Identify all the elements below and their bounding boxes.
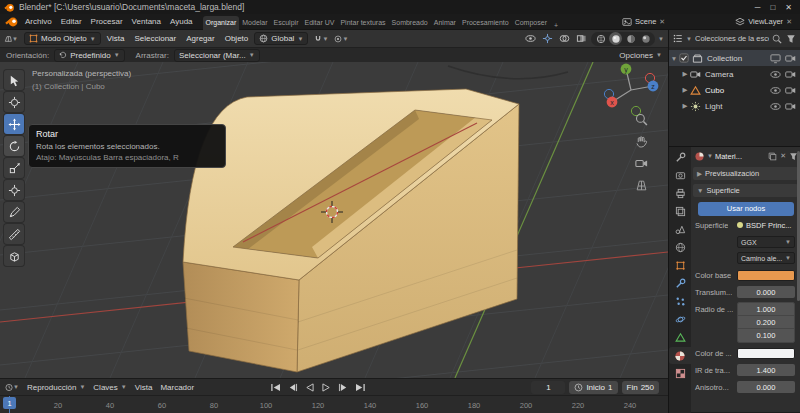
outliner-row-collection[interactable]: ▼ Collection	[669, 50, 800, 66]
cubo-expand-icon[interactable]: ▶	[680, 86, 690, 94]
mode-dropdown[interactable]: Modo Objeto▼	[24, 32, 101, 45]
jump-to-end-button[interactable]	[353, 381, 368, 394]
menu-agregar[interactable]: Agregar	[186, 34, 214, 43]
overlays-toggle[interactable]	[557, 32, 571, 45]
zoom-button[interactable]	[632, 110, 650, 128]
outliner-row-light[interactable]: ▶ Light	[669, 98, 800, 114]
scene-unlink-button[interactable]: ✕	[659, 18, 665, 26]
transmission-field[interactable]: 0.000	[737, 286, 795, 298]
gizmos-toggle[interactable]	[540, 32, 554, 45]
outliner-row-camera[interactable]: ▶ Camera	[669, 66, 800, 82]
cubo-render-toggle[interactable]	[785, 85, 796, 96]
camera-render-toggle[interactable]	[785, 69, 796, 80]
use-nodes-button[interactable]: Usar nodos	[698, 202, 794, 216]
xray-toggle[interactable]	[574, 32, 588, 45]
camera-expand-icon[interactable]: ▶	[680, 70, 690, 78]
preview-section-header[interactable]: ▶Previsualización	[693, 167, 798, 180]
previous-keyframe-button[interactable]	[285, 381, 300, 394]
tool-add-cube[interactable]	[4, 246, 24, 266]
shading-dropdown[interactable]: ▼	[658, 36, 664, 42]
distribution-dropdown[interactable]: GGX▼	[737, 236, 795, 248]
menu-ayuda[interactable]: Ayuda	[170, 17, 193, 26]
options-dropdown[interactable]: Opciones▼	[619, 51, 662, 60]
orientation-dropdown[interactable]: Global▼	[254, 32, 308, 45]
tool-transform[interactable]	[4, 180, 24, 200]
tab-modelar[interactable]: Modelar	[239, 16, 270, 30]
shading-solid-button[interactable]	[609, 32, 622, 45]
light-expand-icon[interactable]: ▶	[680, 102, 690, 110]
menu-procesar[interactable]: Procesar	[91, 17, 123, 26]
next-keyframe-button[interactable]	[336, 381, 351, 394]
radius-x-field[interactable]: 1.000	[738, 303, 794, 316]
viewlayer-remove-button[interactable]: ✕	[786, 18, 792, 26]
perspective-toggle-button[interactable]	[632, 176, 650, 194]
tab-object-data[interactable]	[669, 329, 691, 346]
outliner-display-mode[interactable]: Colecciones de la escen	[695, 34, 769, 43]
play-reverse-button[interactable]	[302, 381, 317, 394]
collection-checkbox[interactable]	[679, 53, 689, 63]
collection-viewport-toggle[interactable]	[770, 53, 781, 64]
orientation-preset-dropdown[interactable]: Predefinido▼	[54, 49, 124, 62]
maximize-button[interactable]: □	[770, 3, 775, 12]
tab-modifiers[interactable]	[669, 275, 691, 292]
tool-rotate[interactable]	[4, 136, 24, 156]
tab-organizar[interactable]: Organizar	[203, 16, 240, 30]
viewport-3d[interactable]: Personalizada (perspectiva) (1) Collecti…	[0, 62, 668, 378]
menu-marcador[interactable]: Marcador	[160, 383, 194, 392]
tab-output[interactable]	[669, 185, 691, 202]
tab-texture[interactable]	[669, 365, 691, 382]
play-button[interactable]	[319, 381, 334, 394]
surface-section-header[interactable]: ▼Superficie	[693, 184, 798, 197]
material-copy-button[interactable]	[768, 152, 777, 161]
viewlayer-selector[interactable]: ViewLayer ✕	[735, 17, 792, 27]
playhead[interactable]: 1	[3, 397, 16, 409]
frame-start-field[interactable]: Inicio 1	[569, 381, 617, 394]
minimize-button[interactable]: ─	[755, 3, 761, 12]
material-browse-dropdown[interactable]: ▼	[707, 153, 713, 159]
snap-toggle[interactable]: ▼	[314, 32, 328, 45]
tool-annotate[interactable]	[4, 202, 24, 222]
tab-tool[interactable]	[669, 149, 691, 166]
tab-esculpir[interactable]: Esculpir	[271, 16, 302, 30]
frame-end-field[interactable]: Fin 250	[622, 381, 659, 394]
shading-wireframe-button[interactable]	[594, 32, 607, 45]
tab-animar[interactable]: Animar	[431, 16, 459, 30]
collection-render-toggle[interactable]	[785, 53, 796, 64]
menu-editar[interactable]: Editar	[61, 17, 82, 26]
radius-z-field[interactable]: 0.100	[738, 329, 794, 342]
tab-physics[interactable]	[669, 311, 691, 328]
camera-view-button[interactable]	[632, 154, 650, 172]
current-frame-field[interactable]: 1	[531, 381, 565, 394]
outliner-editor-dropdown[interactable]: ▼	[686, 36, 692, 42]
menu-seleccionar[interactable]: Seleccionar	[134, 34, 176, 43]
anisotropy-field[interactable]: 0.000	[737, 381, 795, 393]
menu-claves[interactable]: Claves▼	[93, 383, 126, 392]
timeline-ruler[interactable]: 20 40 60 80 100 120 140 160 180 200 220 …	[0, 395, 668, 413]
outliner-search-icon[interactable]	[772, 34, 782, 44]
menu-ventana[interactable]: Ventana	[132, 17, 161, 26]
shading-material-button[interactable]	[624, 32, 637, 45]
blender-menu-icon[interactable]	[5, 16, 19, 28]
secondary-color-swatch[interactable]	[737, 348, 795, 359]
close-button[interactable]: ✕	[785, 3, 792, 12]
tool-scale[interactable]	[4, 158, 24, 178]
light-render-toggle[interactable]	[785, 101, 796, 112]
radius-y-field[interactable]: 0.200	[738, 316, 794, 329]
tab-world[interactable]	[669, 239, 691, 256]
tab-particles[interactable]	[669, 293, 691, 310]
pan-button[interactable]	[632, 132, 650, 150]
outliner-row-cubo[interactable]: ▶ Cubo	[669, 82, 800, 98]
navigation-gizmo[interactable]: x y z	[599, 62, 663, 122]
tab-pintar-texturas[interactable]: Pintar texturas	[337, 16, 388, 30]
add-workspace-button[interactable]: +	[550, 21, 562, 30]
tool-select-box[interactable]	[4, 70, 24, 90]
menu-objeto[interactable]: Objeto	[225, 34, 249, 43]
tool-move[interactable]	[4, 114, 24, 134]
ior-field[interactable]: 1.400	[737, 364, 795, 376]
camera-hide-toggle[interactable]	[770, 69, 781, 80]
outliner-editor-icon[interactable]	[673, 33, 683, 44]
base-color-swatch[interactable]	[737, 270, 795, 281]
menu-reproduccion[interactable]: Reproducción▼	[27, 383, 85, 392]
collection-expand-icon[interactable]: ▼	[669, 55, 679, 62]
material-name[interactable]: Materi...	[715, 152, 742, 161]
